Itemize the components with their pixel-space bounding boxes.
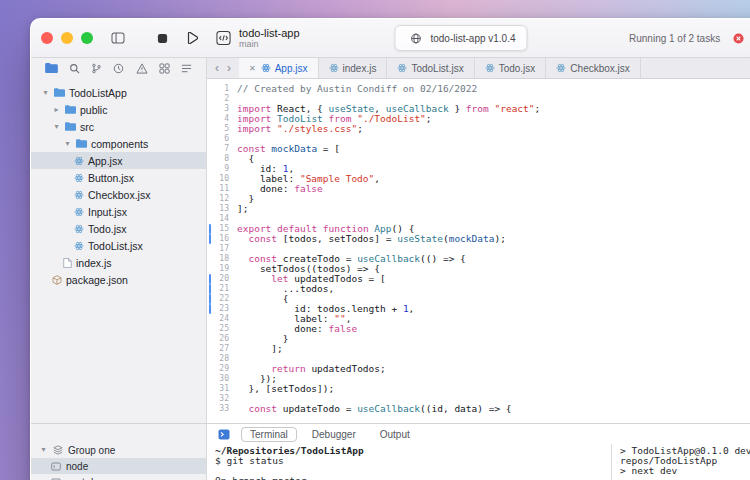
code-line[interactable]: 33 const updateTodo = useCallback((id, d… [207, 404, 750, 414]
editor-tab-todo-jsx[interactable]: Todo.jsx [475, 58, 547, 78]
tab-navigation: ‹ › [207, 58, 239, 78]
error-badge[interactable]: 4 [729, 29, 750, 47]
globe-icon [406, 29, 424, 47]
code-text: // Created by Austin Condiff on 02/16/20… [237, 84, 477, 94]
editor-tab-index-js[interactable]: index.js [319, 58, 388, 78]
close-tab-icon[interactable]: ✕ [249, 64, 256, 73]
extensions-navigator-icon[interactable] [159, 63, 170, 74]
line-number: 20 [207, 274, 237, 284]
panel-tab-output[interactable]: Output [371, 427, 419, 442]
folder-icon [65, 105, 76, 114]
chevron-down-icon[interactable]: ▾ [39, 446, 48, 454]
code-line[interactable]: 11 done: false [207, 184, 750, 194]
code-line[interactable]: 5import "./styles.css"; [207, 124, 750, 134]
toolbar-right: Running 1 of 2 tasks 4 [629, 29, 750, 47]
close-window-button[interactable] [41, 32, 53, 44]
chevron-down-icon[interactable]: ▾ [52, 123, 61, 131]
tree-item-src[interactable]: ▾src [31, 118, 206, 135]
tree-item-label: public [80, 104, 107, 116]
line-number: 6 [207, 134, 237, 144]
panel-tab-terminal[interactable]: Terminal [241, 427, 297, 442]
code-line[interactable]: 27 ]; [207, 344, 750, 354]
source-control-navigator-icon[interactable] [91, 63, 102, 74]
session-label: next dev server [66, 477, 134, 480]
jsx-file-icon [74, 173, 84, 183]
code-line[interactable]: 31 }, [setTodos]); [207, 384, 750, 394]
line-number: 1 [207, 84, 237, 94]
code-line[interactable]: 16 const [todos, setTodos] = useState(mo… [207, 234, 750, 244]
editor-tab-todolist-jsx[interactable]: TodoList.jsx [387, 58, 474, 78]
minimize-window-button[interactable] [61, 32, 73, 44]
terminal-line: > next dev [620, 466, 750, 476]
tree-item-label: package.json [66, 274, 128, 286]
code-line[interactable]: 1// Created by Austin Condiff on 02/16/2… [207, 84, 750, 94]
change-marker [209, 294, 212, 304]
navigate-forward-icon[interactable]: › [227, 62, 231, 74]
tab-label: Todo.jsx [499, 63, 536, 74]
chevron-down-icon[interactable]: ▾ [63, 140, 72, 148]
zoom-window-button[interactable] [81, 32, 93, 44]
code-text: const updateTodo = useCallback((id, data… [237, 404, 512, 414]
tree-item-input-jsx[interactable]: Input.jsx [31, 203, 206, 220]
terminal-session-icon [51, 462, 61, 471]
tree-item-button-jsx[interactable]: Button.jsx [31, 169, 206, 186]
tree-item-label: src [80, 121, 94, 133]
stop-task-button[interactable] [153, 29, 171, 47]
line-number: 21 [207, 284, 237, 294]
tree-item-checkbox-jsx[interactable]: Checkbox.jsx [31, 186, 206, 203]
terminal-output-git[interactable]: ~/Repositories/TodoListApp$ git statusOn… [207, 444, 612, 480]
session-next-dev-server[interactable]: next dev server [31, 474, 206, 480]
line-number: 13 [207, 204, 237, 214]
jsx-file-icon [74, 156, 84, 166]
code-line[interactable]: 13]; [207, 204, 750, 214]
chevron-right-icon[interactable]: ▸ [52, 106, 61, 114]
tree-item-components[interactable]: ▾components [31, 135, 206, 152]
run-task-button[interactable] [183, 29, 201, 47]
line-number: 15 [207, 224, 237, 234]
tree-item-todo-jsx[interactable]: Todo.jsx [31, 220, 206, 237]
navigate-back-icon[interactable]: ‹ [215, 62, 219, 74]
project-name: todo-list-app [239, 27, 300, 39]
sidebar: ▾TodoListApp▸public▾src▾componentsApp.js… [31, 58, 207, 480]
line-number: 7 [207, 144, 237, 154]
tab-label: App.jsx [275, 63, 308, 74]
git-branch-label[interactable]: main [239, 39, 300, 50]
panel-tab-debugger[interactable]: Debugger [303, 427, 365, 442]
project-navigator-icon[interactable] [45, 63, 58, 73]
editor-tab-app-jsx[interactable]: ✕App.jsx [239, 58, 319, 78]
terminal-output-dev[interactable]: > TodoListApp@0.1.0 devrepos/TodoListApp… [612, 444, 750, 480]
code-area[interactable]: 1// Created by Austin Condiff on 02/16/2… [207, 79, 750, 423]
tree-item-public[interactable]: ▸public [31, 101, 206, 118]
issues-navigator-icon[interactable] [136, 63, 148, 74]
code-line[interactable]: 12 } [207, 194, 750, 204]
line-number: 10 [207, 174, 237, 184]
toggle-sidebar-icon[interactable] [109, 29, 127, 47]
session-label: Group one [68, 445, 115, 456]
tree-item-label: TodoList.jsx [88, 240, 143, 252]
tree-item-package-json[interactable]: package.json [31, 271, 206, 288]
chevron-down-icon[interactable]: ▾ [41, 89, 50, 97]
code-line[interactable]: 7const mockData = [ [207, 144, 750, 154]
tree-item-label: TodoListApp [69, 87, 127, 99]
code-line[interactable]: 26 } [207, 334, 750, 344]
session-group-one[interactable]: ▾Group one [31, 442, 206, 458]
terminal-split: ~/Repositories/TodoListApp$ git statusOn… [207, 444, 750, 480]
outline-navigator-icon[interactable] [181, 63, 192, 74]
tree-item-index-js[interactable]: index.js [31, 254, 206, 271]
running-tasks-label[interactable]: Running 1 of 2 tasks [629, 33, 720, 44]
code-line[interactable]: 29 return updatedTodos; [207, 364, 750, 374]
tree-item-app-jsx[interactable]: App.jsx [31, 152, 206, 169]
editor-tab-checkbox-jsx[interactable]: Checkbox.jsx [546, 58, 640, 78]
status-pill[interactable]: todo-list-app v1.0.4 [394, 25, 527, 51]
session-node[interactable]: node [31, 458, 206, 474]
line-number: 30 [207, 374, 237, 384]
jsx-file-icon [485, 63, 495, 73]
panel-header: TerminalDebuggerOutput [207, 424, 750, 444]
change-marker [209, 304, 212, 314]
tree-item-todolist-jsx[interactable]: TodoList.jsx [31, 237, 206, 254]
jsx-file-icon [74, 207, 84, 217]
tree-item-todolistapp[interactable]: ▾TodoListApp [31, 84, 206, 101]
line-number: 14 [207, 214, 237, 224]
search-navigator-icon[interactable] [69, 63, 80, 74]
history-navigator-icon[interactable] [113, 63, 124, 74]
